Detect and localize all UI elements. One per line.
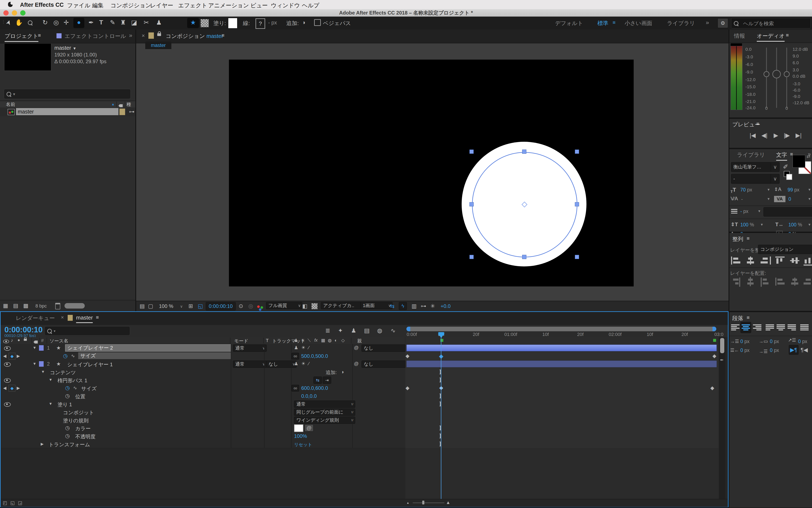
property-value[interactable]: 500.0,500.0 (301, 353, 328, 359)
active-camera-dropdown[interactable]: アクティブカ..∨ (321, 302, 364, 309)
menu-composition[interactable]: コンポジション (111, 2, 151, 9)
preview-panel-title[interactable]: プレビュー (732, 121, 760, 128)
exposure-value[interactable]: +0.0 (440, 303, 451, 309)
show-snapshot-icon[interactable]: ◎ (248, 303, 253, 309)
tab-info[interactable]: 情報 (734, 32, 745, 40)
work-area-bar[interactable] (407, 327, 716, 331)
expand-arrow-icon[interactable]: ▼ (49, 378, 52, 382)
text-direction-rtl-button[interactable]: ¶◀ (801, 347, 808, 353)
expand-layer-switches-button[interactable]: ◰ (3, 500, 7, 506)
layer-name[interactable]: シェイプレイヤー 1 (67, 361, 113, 368)
add-property-icon[interactable]: ◑ (341, 369, 344, 375)
justify-last-left-button[interactable] (766, 324, 774, 331)
menu-file[interactable]: ファイル (67, 2, 90, 9)
indent-left-value[interactable]: 0 px (740, 339, 749, 344)
tab-library[interactable]: ライブラリ (737, 151, 765, 159)
stroke-width-value[interactable]: - px (740, 209, 748, 214)
zoom-tool-icon[interactable] (28, 20, 33, 26)
graph-row[interactable] (405, 344, 719, 352)
property-name[interactable]: 位置 (75, 393, 85, 400)
graph-row-keyframes-size-600[interactable]: ◆ ◆ ◆ (405, 384, 719, 392)
bezier-path-checkbox[interactable] (314, 19, 321, 26)
reverse-path-direction-icon[interactable]: ⇆ (313, 377, 322, 384)
menu-edit[interactable]: 編集 (92, 2, 104, 9)
space-after-value[interactable]: 0 px (770, 347, 779, 353)
property-name[interactable]: サイズ (78, 352, 231, 359)
expand-arrow-icon[interactable]: ▼ (33, 362, 36, 366)
stroke-width-chevron[interactable]: ▼ (758, 209, 761, 213)
align-bottom-button[interactable] (804, 257, 812, 265)
add-property-label[interactable]: 追加: (326, 369, 337, 376)
group-name[interactable]: コンテンツ (50, 369, 76, 376)
graph-row-keyframes-size-500[interactable]: ◆ ◆ ◆ (405, 352, 719, 361)
add-keyframe-icon[interactable]: ◆ (9, 353, 15, 359)
align-panel-menu-icon[interactable]: ≡ (747, 236, 749, 241)
graph-row[interactable]: I (405, 400, 719, 408)
keyframe-diamond[interactable]: ◆ (710, 385, 714, 391)
timeline-zoom-slider-handle[interactable] (422, 501, 424, 504)
workspace-small-screen[interactable]: 小さい画面 (625, 19, 652, 27)
menu-help[interactable]: ヘルプ (302, 2, 319, 9)
justify-last-right-button[interactable] (787, 324, 796, 331)
space-before-value[interactable]: 0 px (770, 339, 779, 344)
workspace-default[interactable]: デフォルト (555, 19, 583, 27)
distribute-left-button[interactable] (775, 278, 786, 286)
composite-dropdown[interactable]: 同じグループの前面に∨ (294, 409, 355, 416)
roto-brush-tool-icon[interactable]: ✂ (142, 19, 151, 26)
vertical-scale-value[interactable]: 100 % (740, 222, 754, 228)
audio-slider-left-track[interactable] (766, 48, 767, 108)
tracking-chevron[interactable]: ▼ (808, 197, 811, 201)
distribute-right-button[interactable] (804, 278, 812, 286)
camera-tool-icon[interactable]: ◎ (51, 19, 61, 26)
property-row-fill-rule[interactable]: 塗りの規則 ワインディング規則∨ (1, 416, 405, 424)
layer-bar-shape-layer-2[interactable] (407, 345, 717, 351)
composition-canvas[interactable] (229, 59, 634, 287)
property-name[interactable]: 不透明度 (75, 433, 95, 440)
horizontal-scale-chevron[interactable]: ▼ (808, 223, 811, 227)
timeline-vertical-scrollbar[interactable]: ✒ (719, 337, 725, 503)
project-search-box[interactable]: ▼ (4, 89, 131, 99)
project-panel-menu-icon[interactable]: ≡ (38, 33, 41, 38)
workspace-gear-button[interactable]: ⚙ (718, 18, 728, 28)
keyframe-diamond[interactable]: ◆ (405, 385, 410, 391)
minimize-window-button[interactable] (12, 10, 17, 15)
layer-color-chip[interactable] (39, 345, 44, 351)
clone-stamp-tool-icon[interactable]: ♜ (118, 19, 128, 26)
stopwatch-icon[interactable]: ◷ (65, 385, 70, 391)
type-tool-icon[interactable]: T (96, 19, 106, 26)
playhead-head[interactable] (438, 332, 444, 336)
view-layout-dropdown[interactable]: 1画面∨ (360, 302, 392, 309)
magnification-select[interactable]: 100 % (159, 303, 173, 309)
frame-blending-icon[interactable]: ▤ (364, 327, 370, 334)
group-row-ellipse-path-1[interactable]: ▼ 楕円形パス 1 ⇆ ⇥ (1, 376, 405, 384)
fill-blend-mode-dropdown[interactable]: 通常∨ (294, 400, 355, 408)
zoom-in-mountain-icon[interactable]: ▲ (446, 500, 451, 505)
snapshot-icon[interactable]: ⊙ (239, 303, 243, 309)
layer-row-shape-layer-1[interactable]: ▼ 2 ★ シェイプレイヤー 1 通常∨ なし∨ ♟ ☀ ∕ @ なし∨ (1, 360, 405, 368)
distribute-top-button[interactable] (731, 278, 740, 287)
rotation-tool-icon[interactable]: ↻ (40, 19, 50, 26)
group-row-transform[interactable]: ▶ トランスフォーム リセット (1, 440, 405, 449)
transparency-grid-icon[interactable] (312, 303, 317, 309)
column-source-name[interactable]: ソース名 (49, 338, 68, 344)
marker-green-end[interactable] (713, 339, 716, 342)
first-frame-button[interactable]: |◀ (749, 132, 756, 139)
selection-handle-mid-left[interactable] (469, 202, 474, 206)
property-name[interactable]: コンポジット (63, 409, 94, 416)
graph-row[interactable] (405, 360, 719, 368)
group-name[interactable]: トランスフォーム (49, 441, 90, 448)
reset-link[interactable]: リセット (294, 442, 312, 448)
video-visibility-icon[interactable] (4, 402, 11, 408)
path-direction-icon[interactable]: ⇥ (323, 377, 331, 384)
swap-fill-stroke-icon[interactable]: ⇄ (807, 154, 810, 159)
brush-tool-icon[interactable]: ✎ (108, 19, 117, 26)
layer-switch-collapse-icon[interactable]: ☀ (301, 345, 305, 350)
transparency-checker-icon[interactable] (201, 19, 209, 27)
selection-tool-icon[interactable]: ➤ (3, 17, 13, 28)
align-left-button[interactable] (731, 257, 741, 264)
column-parent[interactable]: 親 (357, 338, 362, 344)
property-row-size-layer2[interactable]: ◀ ◆ ▶ ◷ ∿ サイズ ∞ 500.0,500.0 (1, 352, 405, 361)
selection-handle-mid-right[interactable] (575, 202, 579, 206)
layer-switch-shy-icon[interactable]: ♟ (294, 345, 298, 350)
video-visibility-icon[interactable] (4, 346, 11, 352)
